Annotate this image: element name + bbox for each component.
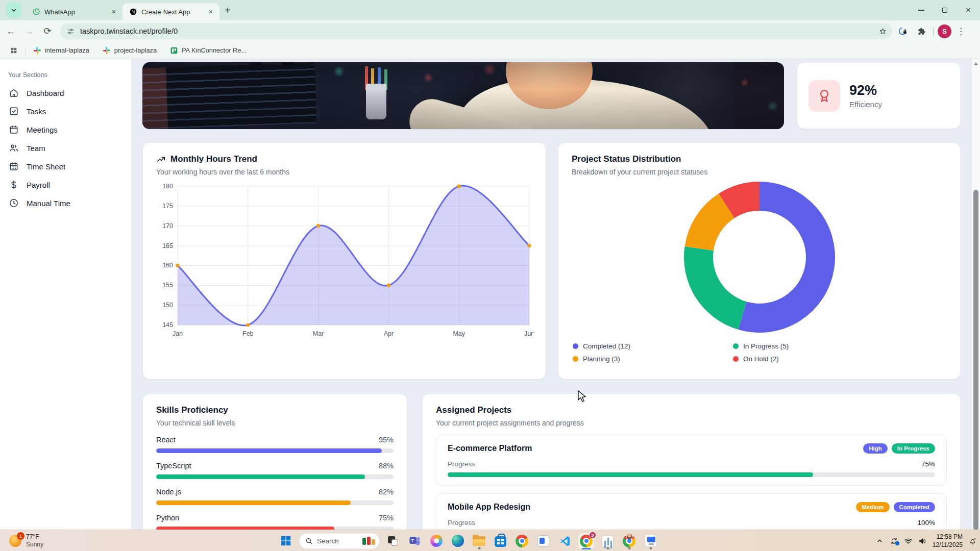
bookmark-item[interactable]: PA KinConnector Re...: [170, 46, 247, 55]
extensions-icon[interactable]: [914, 23, 929, 39]
update-sync-icon[interactable]: [890, 537, 898, 545]
sidebar-item-label: Tasks: [27, 107, 46, 116]
browser-menu-button[interactable]: ⋮: [957, 26, 965, 37]
taskbar-search[interactable]: Search: [299, 533, 380, 549]
whatsapp-favicon: [32, 8, 40, 16]
skill-row-typescript: TypeScript88%: [156, 462, 394, 479]
team-icon: [9, 143, 19, 153]
project-name: E-commerce Platform: [448, 444, 532, 453]
sidebar-item-label: Payroll: [27, 181, 50, 189]
taskbar-chrome[interactable]: [514, 533, 530, 549]
project-name: Mobile App Redesign: [448, 503, 530, 512]
skills-title: Skills Proficiency: [156, 405, 394, 415]
browser-profile-avatar[interactable]: S: [938, 24, 951, 38]
efficiency-value: 92%: [849, 83, 882, 98]
sidebar-item-team[interactable]: Team: [0, 139, 131, 157]
apps-grid-icon[interactable]: [6, 43, 21, 58]
taskbar-weather-widget[interactable]: 1 77°F Sunny: [5, 530, 47, 551]
tab-close-icon[interactable]: ×: [110, 8, 117, 16]
taskbar-teams[interactable]: T: [407, 533, 423, 549]
clock-icon: [9, 198, 19, 208]
calendar-icon: [9, 124, 19, 135]
wifi-icon[interactable]: [904, 537, 913, 545]
bookmark-item[interactable]: internal-laplaza: [33, 46, 89, 55]
scrollbar-thumb[interactable]: [973, 190, 978, 530]
sidebar-item-meetings[interactable]: Meetings: [0, 120, 131, 139]
browser-toolbar: ← → ⟳ taskpro.twinstack.net/profile/0 S …: [0, 20, 980, 42]
progress-label: Progress: [448, 460, 475, 468]
nextjs-favicon: [129, 8, 137, 16]
taskbar-vscode[interactable]: [557, 533, 573, 549]
tab-search-button[interactable]: [6, 3, 21, 18]
sidebar-item-tasks[interactable]: Tasks: [0, 102, 131, 120]
sidebar-item-manual-time[interactable]: Manual Time: [0, 194, 131, 212]
taskbar-chrome-active[interactable]: S: [578, 533, 594, 549]
bookmark-star-icon[interactable]: [878, 27, 887, 36]
taskbar-copilot[interactable]: [428, 533, 444, 549]
skill-head: Node.js82%: [156, 488, 394, 496]
forward-button[interactable]: →: [21, 23, 37, 39]
back-button[interactable]: ←: [3, 23, 18, 39]
efficiency-card: 92% Efficiency: [797, 62, 961, 129]
legend-dot: [573, 343, 578, 349]
bookmark-item[interactable]: project-laplaza: [103, 46, 157, 55]
legend-label: Planning (3): [583, 355, 620, 363]
slack-icon: [33, 46, 41, 55]
sidebar-item-dashboard[interactable]: Dashboard: [0, 84, 131, 102]
sidebar-item-time-sheet[interactable]: Time Sheet: [0, 157, 131, 176]
taskbar-snip-window[interactable]: [535, 533, 551, 549]
assigned-projects-card: Assigned Projects Your current project a…: [422, 393, 961, 530]
efficiency-label: Efficiency: [849, 100, 882, 109]
legend-label: In Progress (5): [743, 342, 789, 350]
new-tab-button[interactable]: +: [225, 5, 231, 16]
taskbar-edge[interactable]: [450, 533, 465, 549]
skill-bar-fill: [156, 500, 351, 505]
tab-close-icon[interactable]: ×: [207, 8, 214, 16]
sidebar-heading: Your Sections: [8, 71, 131, 79]
clock-date: 12/11/2025: [933, 541, 963, 549]
browser-tab-strip: WhatsApp×Create Next App× + ×: [0, 0, 980, 20]
skill-bar-track: [156, 474, 394, 479]
notification-bell-icon[interactable]: z: [968, 537, 977, 545]
projects-subtitle: Your current project assignments and pro…: [436, 419, 947, 427]
project-badges: MediumCompleted: [856, 502, 935, 512]
taskbar: 1 77°F Sunny SearchTS 12:58 PM 12/11/202…: [0, 530, 980, 551]
password-manager-icon[interactable]: [895, 23, 911, 39]
taskbar-microsoft-store[interactable]: [493, 533, 508, 549]
taskbar-file-explorer[interactable]: [471, 533, 487, 549]
sidebar-item-payroll[interactable]: Payroll: [0, 176, 131, 194]
project-badges: HighIn Progress: [863, 443, 935, 454]
bookmark-label: PA KinConnector Re...: [182, 46, 247, 54]
skill-bar-track: [156, 500, 394, 505]
tray-chevron-up-icon[interactable]: [875, 537, 884, 545]
taskbar-start-button[interactable]: [278, 533, 293, 549]
minimize-button[interactable]: [910, 0, 933, 20]
donut-chart: [682, 180, 837, 334]
taskbar-search-text: Search: [317, 537, 358, 545]
chevron-down-icon: [10, 6, 18, 14]
address-bar[interactable]: taskpro.twinstack.net/profile/0: [60, 23, 892, 39]
legend-item: In Progress (5): [733, 342, 893, 350]
skill-percent: 95%: [379, 436, 394, 444]
taskbar-task-view[interactable]: [385, 533, 401, 549]
taskbar-taskpro-app[interactable]: [643, 533, 658, 549]
browser-tab-whatsapp[interactable]: WhatsApp×: [26, 3, 122, 20]
restore-button[interactable]: [933, 0, 957, 20]
payroll-icon: [9, 180, 19, 190]
taskbar-remote-app[interactable]: [600, 533, 616, 549]
skills-card: Skills Proficiency Your technical skill …: [142, 393, 407, 530]
progress-row: Progress100%: [448, 519, 935, 527]
taskbar-chrome-profile[interactable]: [621, 533, 637, 549]
reload-button[interactable]: ⟳: [40, 23, 55, 39]
close-button[interactable]: ×: [957, 0, 980, 20]
skill-percent: 75%: [379, 514, 394, 522]
bookmark-label: project-laplaza: [114, 46, 157, 54]
volume-icon[interactable]: [918, 537, 927, 545]
page-scrollbar[interactable]: [972, 59, 980, 530]
scrollbar-up-arrow[interactable]: [974, 62, 978, 65]
svg-text:145: 145: [162, 321, 173, 329]
browser-tab-create-next-app[interactable]: Create Next App×: [122, 3, 219, 20]
donut-segment-in-progress: [684, 246, 746, 330]
taskbar-clock[interactable]: 12:58 PM 12/11/2025: [933, 533, 963, 549]
project-status-card: Project Status Distribution Breakdown of…: [558, 142, 961, 380]
